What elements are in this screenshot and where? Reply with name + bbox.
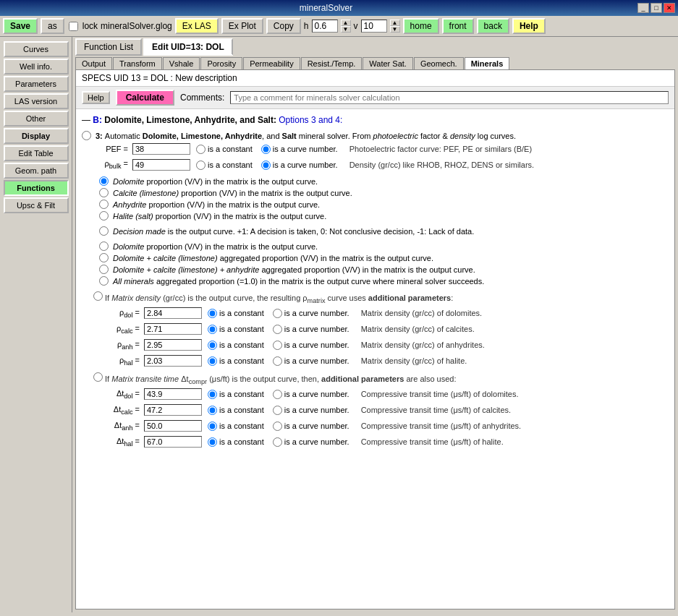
sidebar-item-geompath[interactable]: Geom. path bbox=[4, 163, 69, 179]
copy-button[interactable]: Copy bbox=[266, 18, 301, 34]
all-minerals-radio[interactable] bbox=[99, 276, 109, 286]
dol-calcite-anh-radio[interactable] bbox=[99, 265, 109, 274]
sidebar-item-curves[interactable]: Curves bbox=[4, 41, 69, 57]
minimize-button[interactable]: _ bbox=[637, 3, 649, 13]
exlas-button[interactable]: Ex LAS bbox=[175, 18, 219, 34]
rhobulk-input[interactable] bbox=[132, 159, 190, 171]
rhocalc-desc: Matrix density (gr/cc) of calcites. bbox=[361, 325, 475, 333]
rhobulk-curve-label[interactable]: is a curve number. bbox=[261, 161, 338, 170]
front-button[interactable]: front bbox=[442, 18, 474, 34]
rhocalc-input[interactable] bbox=[144, 323, 202, 335]
dthal-constant-radio[interactable] bbox=[208, 437, 217, 447]
inner-tab-porosity[interactable]: Porosity bbox=[200, 57, 242, 69]
sidebar-item-display[interactable]: Display bbox=[4, 128, 69, 144]
panel-content[interactable]: — B: Dolomite, Limestone, Anhydrite, and… bbox=[76, 109, 674, 609]
save-button[interactable]: Save bbox=[3, 18, 38, 34]
dtcalc-constant-radio[interactable] bbox=[208, 406, 217, 415]
pef-constant-radio[interactable] bbox=[196, 145, 205, 154]
as-button[interactable]: as bbox=[41, 18, 64, 34]
v-down-button[interactable]: ▼ bbox=[390, 26, 400, 33]
transit-time-radio[interactable] bbox=[93, 372, 103, 382]
inner-tab-transform[interactable]: Transform bbox=[113, 57, 162, 69]
v-up-button[interactable]: ▲ bbox=[390, 20, 400, 26]
option3-radio[interactable] bbox=[82, 131, 91, 140]
rhobulk-constant-label[interactable]: is a constant bbox=[196, 161, 253, 170]
dthal-input[interactable] bbox=[144, 436, 202, 448]
rhodol-input[interactable] bbox=[144, 307, 202, 319]
halite-radio[interactable] bbox=[99, 211, 109, 221]
rhodol-curve-radio[interactable] bbox=[273, 309, 282, 318]
pef-constant-label[interactable]: is a constant bbox=[196, 145, 253, 154]
rhohal-input[interactable] bbox=[144, 355, 202, 367]
explot-button[interactable]: Ex Plot bbox=[221, 18, 263, 34]
sidebar-item-other[interactable]: Other bbox=[4, 111, 69, 127]
h-down-button[interactable]: ▼ bbox=[341, 26, 351, 33]
rhohal-curve-radio[interactable] bbox=[273, 356, 282, 366]
dtcalc-input[interactable] bbox=[144, 404, 202, 416]
matrix-density-params: ρdol = is a constant is a curve number. bbox=[93, 307, 669, 367]
sidebar-item-functions[interactable]: Functions bbox=[4, 180, 69, 196]
inner-tab-geomech[interactable]: Geomech. bbox=[414, 57, 464, 69]
dtanh-desc: Compressive transit time (μs/ft) of anhy… bbox=[361, 422, 522, 430]
v-input[interactable] bbox=[361, 20, 387, 33]
pef-input[interactable] bbox=[132, 143, 190, 155]
inner-tab-resisttemp[interactable]: Resist./Temp. bbox=[301, 57, 363, 69]
dthal-curve-radio[interactable] bbox=[273, 437, 282, 447]
sidebar-item-wellinfo[interactable]: Well info. bbox=[4, 59, 69, 74]
comment-input[interactable] bbox=[230, 91, 669, 104]
rhoanh-input[interactable] bbox=[144, 339, 202, 351]
dolomite2-radio[interactable] bbox=[99, 241, 109, 251]
dtanh-constant-radio[interactable] bbox=[208, 422, 217, 431]
calcite-radio[interactable] bbox=[99, 188, 109, 197]
sidebar-item-lasversion[interactable]: LAS version bbox=[4, 93, 69, 109]
rhohal-constant-radio[interactable] bbox=[208, 356, 217, 366]
panel-help-button[interactable]: Help bbox=[82, 91, 110, 104]
inner-tab-vshale[interactable]: Vshale bbox=[163, 57, 200, 69]
rhodol-constant-radio[interactable] bbox=[208, 309, 217, 318]
dtcalc-curve-radio[interactable] bbox=[273, 406, 282, 415]
tab-edituid[interactable]: Edit UID=13: DOL bbox=[143, 38, 233, 56]
maximize-button[interactable]: □ bbox=[651, 3, 662, 13]
h-input[interactable] bbox=[312, 20, 338, 33]
output-dolomite2: Dolomite proportion (V/V) in the matrix … bbox=[99, 241, 669, 251]
decision-radio[interactable] bbox=[99, 226, 109, 236]
dtanh-input[interactable] bbox=[144, 420, 202, 432]
rhocalc-curve-radio[interactable] bbox=[273, 325, 282, 334]
rhoanh-curve-radio[interactable] bbox=[273, 341, 282, 350]
close-button[interactable]: ✕ bbox=[664, 3, 675, 13]
pef-curve-radio[interactable] bbox=[261, 145, 271, 154]
back-button[interactable]: back bbox=[477, 18, 509, 34]
dtanh-curve-radio[interactable] bbox=[273, 422, 282, 431]
dtdol-input[interactable] bbox=[144, 388, 202, 400]
dolomite-radio[interactable] bbox=[99, 176, 109, 186]
output-dolomite: Dolomite proportion (V/V) in the matrix … bbox=[99, 176, 669, 186]
v-label: v bbox=[354, 21, 358, 31]
sidebar-item-parameters[interactable]: Parameters bbox=[4, 76, 69, 92]
inner-tab-watersat[interactable]: Water Sat. bbox=[363, 57, 413, 69]
rhobulk-constant-radio[interactable] bbox=[196, 161, 205, 170]
sidebar-item-upscfilt[interactable]: Upsc & Filt bbox=[4, 197, 69, 213]
specs-text: SPECS UID 13 = DOL : New description bbox=[82, 73, 237, 83]
tab-functionlist[interactable]: Function List bbox=[75, 38, 142, 56]
dtdol-constant-radio[interactable] bbox=[208, 390, 217, 399]
rhobulk-curve-radio[interactable] bbox=[261, 161, 271, 170]
h-up-button[interactable]: ▲ bbox=[341, 20, 351, 26]
rhocalc-constant-radio[interactable] bbox=[208, 325, 217, 334]
matrix-density-radio[interactable] bbox=[93, 291, 103, 301]
inner-tab-output[interactable]: Output bbox=[75, 57, 112, 69]
calculate-button[interactable]: Calculate bbox=[116, 90, 174, 106]
inner-tab-permeability[interactable]: Permeability bbox=[243, 57, 300, 69]
lock-checkbox[interactable] bbox=[69, 22, 78, 31]
help-button[interactable]: Help bbox=[512, 18, 546, 34]
sidebar-item-edittable[interactable]: Edit Table bbox=[4, 145, 69, 161]
home-button[interactable]: home bbox=[403, 18, 439, 34]
inner-tab-minerals[interactable]: Minerals bbox=[465, 57, 510, 69]
top-tabs: Function List Edit UID=13: DOL bbox=[72, 37, 678, 56]
pef-curve-label[interactable]: is a curve number. bbox=[261, 145, 338, 154]
dthal-label: Δthal = bbox=[93, 437, 144, 448]
rhoanh-constant-radio[interactable] bbox=[208, 341, 217, 350]
option3-row: 3: Automatic Dolomite, Limestone, Anhydr… bbox=[82, 131, 669, 140]
dol-calcite-radio[interactable] bbox=[99, 253, 109, 262]
anhydrite-radio[interactable] bbox=[99, 200, 109, 209]
dtdol-curve-radio[interactable] bbox=[273, 390, 282, 399]
